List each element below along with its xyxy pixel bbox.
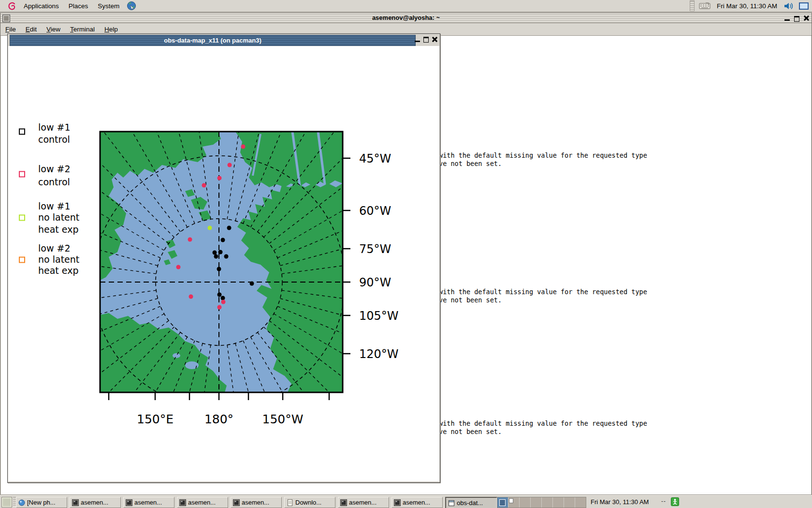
legend-marker <box>19 172 25 177</box>
keyboard-indicator-icon[interactable] <box>699 2 710 10</box>
legend-entry: low #2no latentheat exp <box>19 243 79 276</box>
workspace-1[interactable] <box>497 497 508 508</box>
taskbar-grip: -- <box>661 498 666 505</box>
obs-map-window: obs-data-map_x11 (on pacman3) 150°E180°1… <box>7 33 440 483</box>
terminal-icon <box>126 499 132 506</box>
show-desktop-icon[interactable] <box>1 497 12 508</box>
data-point <box>241 145 246 149</box>
arctic-map: 150°E180°150°W45°W60°W75°W90°W105°W120°W… <box>8 46 439 481</box>
taskbar-clock[interactable]: Fri Mar 30, 11:30 AM <box>591 495 649 508</box>
workspace-8[interactable] <box>575 497 586 508</box>
browser-launcher-icon[interactable] <box>127 1 136 11</box>
debian-logo-icon[interactable] <box>7 1 16 11</box>
legend-label: heat exp <box>38 265 79 276</box>
data-point <box>214 254 218 259</box>
data-point <box>188 238 192 242</box>
data-point <box>218 305 222 310</box>
minimize-icon[interactable] <box>784 15 790 21</box>
map-plot-canvas: 150°E180°150°W45°W60°W75°W90°W105°W120°W… <box>8 46 439 481</box>
legend-label: low #1 <box>38 201 71 211</box>
terminal-output-block: with the default missing value for the r… <box>439 419 647 436</box>
menu-applications[interactable]: Applications <box>19 0 64 12</box>
legend-label: control <box>38 134 70 145</box>
terminal-icon <box>72 499 79 506</box>
terminal-icon <box>394 499 401 506</box>
taskbar-button-label: Downlo... <box>295 499 321 506</box>
right-axis-label: 90°W <box>359 276 391 289</box>
data-point <box>221 296 225 300</box>
taskbar-button-asemen[interactable]: asemen... <box>231 497 282 508</box>
taskbar-button-obsdat[interactable]: obs-dat... <box>445 497 497 508</box>
terminal-titlebar[interactable]: asemenov@alyosha: ~ <box>0 13 812 23</box>
restore-icon[interactable] <box>794 15 800 21</box>
taskbar-button-label: asemen... <box>403 499 430 506</box>
bottom-axis-label: 150°E <box>137 412 174 426</box>
taskbar-button-label: asemen... <box>134 499 162 506</box>
legend-label: control <box>38 177 70 187</box>
data-point <box>217 267 221 271</box>
data-point <box>213 251 217 255</box>
menu-places[interactable]: Places <box>64 0 93 12</box>
data-point <box>250 282 254 286</box>
legend-label: low #2 <box>38 243 71 254</box>
workspace-switcher[interactable] <box>497 497 586 508</box>
legend-entry: low #1no latentheat exp <box>19 201 79 235</box>
workspace-6[interactable] <box>553 497 564 508</box>
file-icon <box>287 499 293 506</box>
legend-label: low #2 <box>38 164 71 174</box>
display-icon[interactable] <box>799 2 809 10</box>
menu-system[interactable]: System <box>93 0 124 12</box>
panel-clock[interactable]: Fri Mar 30, 11:30 AM <box>713 2 781 10</box>
data-point <box>218 293 222 297</box>
web-icon <box>18 499 25 506</box>
legend-label: no latent <box>38 212 79 223</box>
data-point <box>218 250 223 254</box>
terminal-menu-view[interactable]: View <box>46 26 60 33</box>
obs-window-title: obs-data-map_x11 (on pacman3) <box>10 37 415 44</box>
taskbar-button-newph[interactable]: [New ph... <box>16 497 67 508</box>
terminal-menu-terminal[interactable]: Terminal <box>70 26 95 33</box>
taskbar-button-label: asemen... <box>349 499 377 506</box>
terminal-icon <box>233 499 240 506</box>
terminal-icon <box>179 499 186 506</box>
close-icon[interactable] <box>432 36 438 43</box>
taskbar-button-asemen[interactable]: asemen... <box>338 497 389 508</box>
taskbar-button-asemen[interactable]: asemen... <box>70 497 121 508</box>
data-point <box>176 265 181 269</box>
volume-icon[interactable] <box>783 2 794 10</box>
terminal-menu-help[interactable]: Help <box>104 26 118 33</box>
minimize-icon[interactable] <box>414 36 420 43</box>
legend-label: no latent <box>38 254 79 265</box>
taskbar-button-label: asemen... <box>188 499 216 506</box>
data-point <box>221 300 226 304</box>
workspace-5[interactable] <box>542 497 553 508</box>
taskbar-button-downlo[interactable]: Downlo... <box>284 497 335 508</box>
terminal-menu-edit[interactable]: Edit <box>26 26 37 33</box>
taskbar-button-asemen[interactable]: asemen... <box>392 497 443 508</box>
obs-window-titlebar[interactable]: obs-data-map_x11 (on pacman3) <box>10 35 416 46</box>
legend-entry: low #1control <box>19 122 71 145</box>
workspace-4[interactable] <box>531 497 542 508</box>
terminal-icon <box>340 499 347 506</box>
legend-marker <box>19 129 25 134</box>
right-axis-label: 105°W <box>359 309 399 323</box>
window-icon <box>448 500 455 507</box>
taskbar-button-label: [New ph... <box>27 499 56 506</box>
close-icon[interactable] <box>803 15 810 21</box>
session-applet-icon[interactable] <box>671 497 679 506</box>
applet-handle[interactable] <box>690 0 695 11</box>
taskbar-button-label: asemen... <box>242 499 269 506</box>
terminal-menu-file[interactable]: File <box>5 26 16 33</box>
maximize-icon[interactable] <box>423 36 429 43</box>
workspace-3[interactable] <box>520 497 531 508</box>
taskbar: [New ph...asemen...asemen...asemen...ase… <box>0 495 812 508</box>
taskbar-button-asemen[interactable]: asemen... <box>123 497 174 508</box>
legend-marker <box>19 215 25 221</box>
desktop: Applications Places System <box>0 0 812 508</box>
taskbar-button-asemen[interactable]: asemen... <box>177 497 228 508</box>
legend-entry: low #2control <box>19 164 71 187</box>
taskbar-button-label: obs-dat... <box>457 499 483 507</box>
workspace-2[interactable] <box>508 497 520 508</box>
workspace-7[interactable] <box>564 497 575 508</box>
data-point <box>221 238 225 242</box>
